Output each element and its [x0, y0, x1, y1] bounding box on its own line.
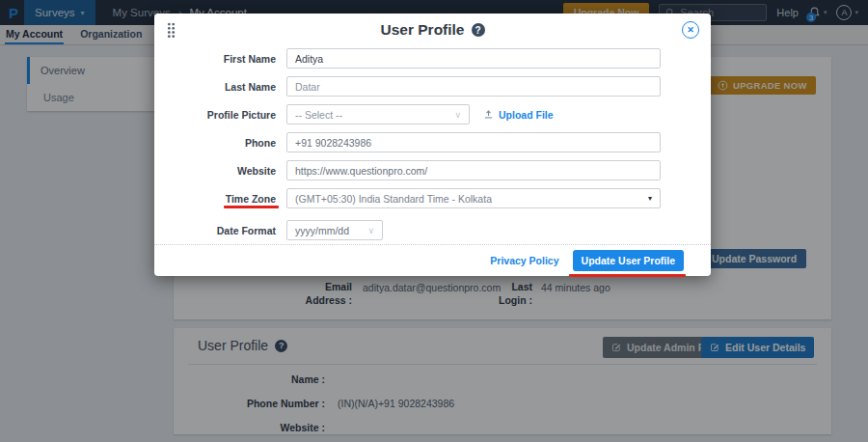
date-format-row: Date Format yyyy/mm/dd ∨ [154, 220, 711, 240]
time-zone-select[interactable]: (GMT+05:30) India Standard Time - Kolkat… [286, 188, 661, 208]
website-row: Website [154, 160, 711, 180]
profile-picture-selected-value: -- Select -- [295, 109, 342, 121]
modal-body: First Name Last Name Profile Picture -- … [154, 46, 711, 240]
website-label: Website [154, 165, 286, 177]
first-name-row: First Name [154, 48, 711, 69]
close-icon[interactable]: ✕ [682, 21, 699, 39]
last-name-row: Last Name [154, 76, 711, 97]
drag-handle[interactable] [167, 22, 176, 39]
user-profile-modal: User Profile ? ✕ First Name Last Name Pr… [154, 14, 711, 276]
first-name-field[interactable] [286, 48, 661, 69]
update-user-profile-button[interactable]: Update User Profile [573, 250, 684, 271]
profile-picture-select[interactable]: -- Select -- ∨ [286, 104, 470, 124]
date-format-selected-value: yyyy/mm/dd [295, 225, 349, 236]
time-zone-selected-value: (GMT+05:30) India Standard Time - Kolkat… [295, 193, 492, 205]
app-window: P Surveys ▾ My Surveys › My Account Upgr… [0, 0, 868, 442]
modal-footer: Privacy Policy Update User Profile [154, 244, 711, 276]
modal-header: User Profile ? ✕ [154, 14, 711, 46]
website-field[interactable] [286, 160, 661, 180]
phone-field[interactable] [286, 132, 661, 152]
chevron-down-icon: ∨ [454, 110, 461, 120]
privacy-policy-link[interactable]: Privacy Policy [490, 255, 558, 266]
time-zone-row: Time Zone (GMT+05:30) India Standard Tim… [154, 188, 711, 208]
submit-button-wrap: Update User Profile [573, 250, 684, 271]
time-zone-label: Time Zone [154, 193, 286, 205]
upload-icon [483, 109, 494, 120]
date-format-label: Date Format [154, 225, 286, 236]
first-name-label: First Name [154, 53, 286, 65]
phone-label: Phone [154, 137, 286, 149]
profile-picture-row: Profile Picture -- Select -- ∨ Upload Fi… [154, 104, 711, 124]
phone-row: Phone [154, 132, 711, 152]
chevron-down-icon: ∨ [367, 226, 374, 235]
upload-file-link[interactable]: Upload File [483, 109, 554, 121]
modal-title: User Profile ? [380, 21, 484, 39]
last-name-label: Last Name [154, 81, 286, 93]
upload-file-label: Upload File [499, 109, 554, 121]
annotation-underline [569, 274, 686, 277]
caret-down-icon: ▾ [648, 194, 652, 203]
date-format-select[interactable]: yyyy/mm/dd ∨ [286, 220, 383, 240]
help-question-icon[interactable]: ? [472, 23, 485, 37]
last-name-field[interactable] [286, 76, 661, 97]
modal-title-text: User Profile [380, 21, 464, 39]
time-zone-label-text: Time Zone [226, 193, 276, 205]
profile-picture-label: Profile Picture [154, 109, 286, 121]
